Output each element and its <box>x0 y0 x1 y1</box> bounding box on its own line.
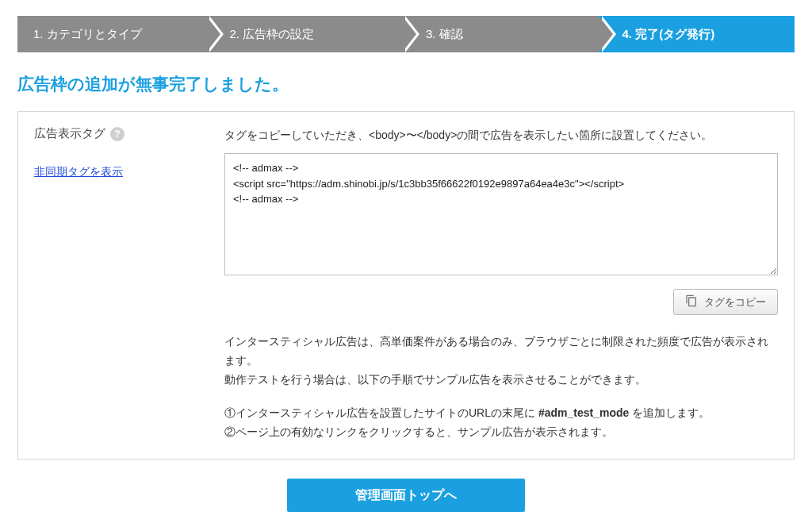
copy-button-label: タグをコピー <box>704 295 766 310</box>
panel-left-column: 広告表示タグ ? 非同期タグを表示 <box>34 126 201 441</box>
test-step-2: ②ページ上の有効なリンクをクリックすると、サンプル広告が表示されます。 <box>224 425 613 438</box>
note-line: インタースティシャル広告は、高単価案件がある場合のみ、ブラウザごとに制限された頻… <box>224 335 768 367</box>
step-label: 2. 広告枠の設定 <box>230 27 315 42</box>
step-label: 1. カテゴリとタイプ <box>33 27 142 42</box>
async-tag-link[interactable]: 非同期タグを表示 <box>34 165 123 178</box>
copy-icon <box>685 294 698 310</box>
step-complete: 4. 完了(タグ発行) <box>599 16 795 52</box>
back-to-dashboard-button[interactable]: 管理画面トップへ <box>287 479 525 512</box>
note-text: インタースティシャル広告は、高単価案件がある場合のみ、ブラウザごとに制限された頻… <box>224 333 778 389</box>
test-step-1-post: を追加します。 <box>629 406 710 419</box>
test-mode-hash: #adm_test_mode <box>538 406 629 419</box>
tag-panel: 広告表示タグ ? 非同期タグを表示 タグをコピーしていただき、<body>〜</… <box>17 111 795 460</box>
test-steps: ①インタースティシャル広告を設置したサイトのURLの末尾に #adm_test_… <box>224 404 778 442</box>
instruction-text: タグをコピーしていただき、<body>〜</body>の間で広告を表示したい箇所… <box>224 126 778 144</box>
step-label: 4. 完了(タグ発行) <box>622 27 715 42</box>
step-label: 3. 確認 <box>426 27 463 42</box>
tag-label: 広告表示タグ <box>34 126 105 141</box>
page-title: 広告枠の追加が無事完了しました。 <box>17 73 795 95</box>
test-step-1-pre: ①インタースティシャル広告を設置したサイトのURLの末尾に <box>224 406 538 419</box>
note-line: 動作テストを行う場合は、以下の手順でサンプル広告を表示させることができます。 <box>224 373 646 386</box>
step-settings: 2. 広告枠の設定 <box>206 16 403 52</box>
step-confirm: 3. 確認 <box>402 16 599 52</box>
panel-right-column: タグをコピーしていただき、<body>〜</body>の間で広告を表示したい箇所… <box>224 126 778 441</box>
copy-tag-button[interactable]: タグをコピー <box>673 289 778 315</box>
step-category: 1. カテゴリとタイプ <box>17 16 206 52</box>
help-icon[interactable]: ? <box>110 127 124 141</box>
tag-code-textarea[interactable] <box>224 153 778 275</box>
progress-steps: 1. カテゴリとタイプ 2. 広告枠の設定 3. 確認 4. 完了(タグ発行) <box>17 16 795 52</box>
